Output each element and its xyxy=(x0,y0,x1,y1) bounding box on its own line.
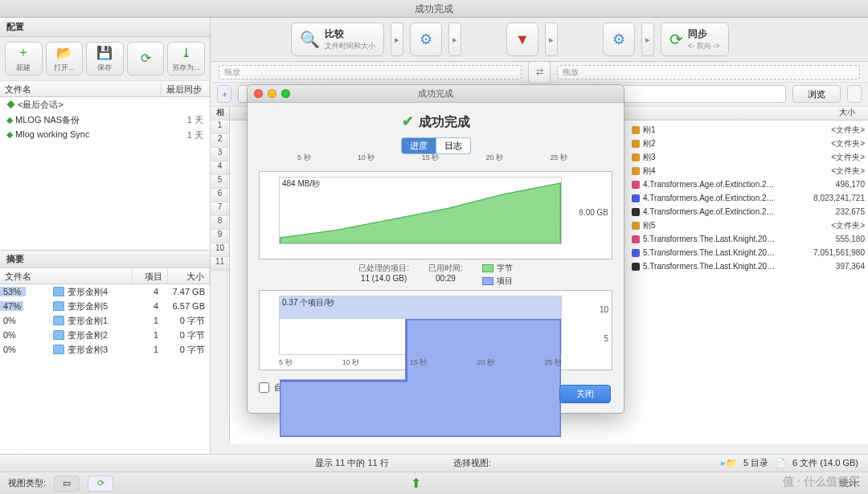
file-row[interactable]: 刚3 <文件夹> xyxy=(632,150,865,164)
summary-row[interactable]: 0% 变形金刚3 1 0 字节 xyxy=(0,342,210,357)
row-number: 3 xyxy=(211,148,229,161)
folder-icon xyxy=(53,287,64,296)
swap-button[interactable]: ⇄ xyxy=(528,61,551,84)
col-items[interactable]: 项目 xyxy=(133,268,168,284)
filetype-icon xyxy=(632,126,640,134)
folder-icon xyxy=(53,316,64,325)
toolbar-saveas-icon[interactable]: ⤓ 另存为... xyxy=(167,42,205,76)
config-list[interactable]: ◆ <最后会话> ◆ MLOG NAS备份 1 天 ◆ Mlog working… xyxy=(0,97,210,250)
rel-header: 相 xyxy=(211,107,229,120)
svg-marker-1 xyxy=(280,319,561,437)
row-number: 11 xyxy=(211,257,229,271)
svg-marker-0 xyxy=(280,183,561,243)
add-path-button[interactable]: ＋ xyxy=(217,85,231,103)
toolbar-plus-icon[interactable]: ＋ 新建 xyxy=(5,42,43,76)
check-icon: ✔ xyxy=(402,113,414,129)
file-row[interactable]: 5.Transformers.The.Last.Knight.20… 555,1… xyxy=(632,232,865,246)
summary-columns: 文件名 项目 大小 xyxy=(0,268,210,284)
refresh-icon: ⟳ xyxy=(669,30,683,49)
col-name[interactable]: 文件名 xyxy=(0,268,133,284)
path-extra-button[interactable] xyxy=(847,85,862,103)
sync-settings-button[interactable]: ⚙ xyxy=(603,22,635,56)
toolbar-open-icon[interactable]: 📂 打开... xyxy=(46,42,84,76)
autoclose-checkbox[interactable] xyxy=(259,382,269,393)
summary-row[interactable]: 47% 变形金刚5 4 6.57 GB xyxy=(0,299,210,313)
filetype-icon xyxy=(632,140,640,148)
toolbar-save-icon[interactable]: 💾 保存 xyxy=(86,42,124,76)
compare-dropdown[interactable]: ▸ xyxy=(391,22,403,56)
tab-segment: 进度 日志 xyxy=(259,137,612,154)
footer-bar: 视图类型: ▭ ⟳ ⬆ 统计: xyxy=(0,472,868,494)
file-row[interactable]: 4.Transformers.Age.of.Extinction.2… 496,… xyxy=(632,178,865,191)
col-lastsync[interactable]: 最后同步 xyxy=(162,81,210,96)
chart2-title: 0.37 个项目/秒 xyxy=(282,297,334,308)
file-list[interactable]: 刚1 <文件夹> 刚2 <文件夹> 刚3 <文件夹> 刚4 <文件夹> 4.Tr… xyxy=(632,123,865,273)
browse-button[interactable]: 浏览 xyxy=(792,85,841,103)
main-toolbar: 🔍 比较文件时间和大小 ▸ ⚙ ▸ ▼ ▸ ⚙ ▸ ⟳ 同步<- 双向 -> xyxy=(211,18,868,62)
config-item[interactable]: ◆ <最后会话> xyxy=(0,97,210,112)
config-item[interactable]: ◆ MLOG NAS备份 1 天 xyxy=(0,112,210,128)
row-number: 1 xyxy=(211,120,229,134)
filetype-icon xyxy=(632,167,640,175)
row-number: 7 xyxy=(211,202,229,216)
chart-x-axis-top: 5 秒10 秒15 秒20 秒25 秒 xyxy=(278,153,587,163)
folder-icon xyxy=(53,330,64,340)
config-item[interactable]: ◆ Mlog working Sync 1 天 xyxy=(0,128,210,143)
toolbar-label: 打开... xyxy=(54,63,75,73)
file-row[interactable]: 4.Transformers.Age.of.Extinction.2… 8,02… xyxy=(632,191,865,205)
summary-row[interactable]: 0% 变形金刚2 1 0 字节 xyxy=(0,328,210,342)
tab-progress[interactable]: 进度 xyxy=(401,137,436,154)
sync-settings-dropdown[interactable]: ▸ xyxy=(641,22,654,56)
filetype-icon xyxy=(632,249,640,257)
drop-left[interactable]: 拖放 xyxy=(219,65,522,80)
filetype-icon xyxy=(632,263,640,271)
sync-button[interactable]: ⟳ 同步<- 双向 -> xyxy=(661,22,729,56)
left-panel: 配置 ＋ 新建 📂 打开... 💾 保存 ⟳ ⤓ 另存为... 文件名 最后同步… xyxy=(0,18,211,454)
col-size[interactable]: 大小 xyxy=(168,268,210,284)
filetype-icon xyxy=(632,181,640,189)
chart-x-axis-bottom: 5 秒10 秒15 秒20 秒25 秒 xyxy=(279,357,562,368)
row-number: 10 xyxy=(211,243,229,257)
toolbar-refresh-icon[interactable]: ⟳ xyxy=(127,42,165,76)
view-photo-button[interactable]: ▭ xyxy=(54,476,80,492)
summary-row[interactable]: 53% 变形金刚4 4 7.47 GB xyxy=(0,284,210,299)
drop-right[interactable]: 拖放 xyxy=(557,65,860,80)
dialog-titlebar[interactable]: 成功完成 xyxy=(248,85,624,103)
processed-label: 已处理的项目: xyxy=(358,263,409,274)
view-type-label: 视图类型: xyxy=(8,477,46,489)
status-bar: 显示 11 中的 11 行 选择视图: ▸📁 5 目录 📄 6 文件 (14.0… xyxy=(0,454,868,472)
summary-list[interactable]: 53% 变形金刚4 4 7.47 GB 47% 变形金刚5 4 6.57 GB … xyxy=(0,284,210,454)
row-number: 6 xyxy=(211,189,229,202)
file-row[interactable]: 刚2 <文件夹> xyxy=(632,137,865,150)
file-row[interactable]: 刚4 <文件夹> xyxy=(632,164,865,178)
compare-button[interactable]: 🔍 比较文件时间和大小 xyxy=(291,22,384,56)
file-row[interactable]: 4.Transformers.Age.of.Extinction.2… 232,… xyxy=(632,205,865,218)
close-button[interactable]: 关闭 xyxy=(559,385,611,403)
view-refresh-button[interactable]: ⟳ xyxy=(88,476,113,492)
status-files: 6 文件 (14.0 GB) xyxy=(792,457,858,469)
drop-row: 拖放 ⇄ 拖放 xyxy=(211,62,868,83)
filter-button[interactable]: ▼ xyxy=(506,22,538,56)
summary-row[interactable]: 0% 变形金刚1 1 0 字节 xyxy=(0,313,210,328)
config-columns: 文件名 最后同步 xyxy=(0,81,210,97)
filetype-icon xyxy=(632,235,640,243)
success-heading: ✔成功完成 xyxy=(259,112,612,131)
file-row[interactable]: 刚5 <文件夹> xyxy=(632,218,865,232)
settings-dropdown[interactable]: ▸ xyxy=(448,22,461,56)
chart2-ylabel-bot: 5 xyxy=(604,334,608,343)
file-icon: 📄 xyxy=(775,458,786,468)
settings-button[interactable]: ⚙ xyxy=(410,22,442,56)
dialog-title: 成功完成 xyxy=(248,88,624,100)
open-icon: 📂 xyxy=(56,45,72,61)
select-view-label: 选择视图: xyxy=(453,457,491,469)
left-toolbar: ＋ 新建 📂 打开... 💾 保存 ⟳ ⤓ 另存为... xyxy=(0,37,210,81)
row-number: 4 xyxy=(211,161,229,175)
col-filename[interactable]: 文件名 xyxy=(0,81,162,96)
folder-icon xyxy=(53,301,64,311)
filter-dropdown[interactable]: ▸ xyxy=(545,22,558,56)
file-row[interactable]: 刚1 <文件夹> xyxy=(632,123,865,137)
sync-arrow-icon: ⬆ xyxy=(411,476,421,491)
tab-log[interactable]: 日志 xyxy=(436,137,471,154)
file-row[interactable]: 5.Transformers.The.Last.Knight.20… 7,051… xyxy=(632,246,865,259)
file-row[interactable]: 5.Transformers.The.Last.Knight.20… 397,3… xyxy=(632,259,865,273)
